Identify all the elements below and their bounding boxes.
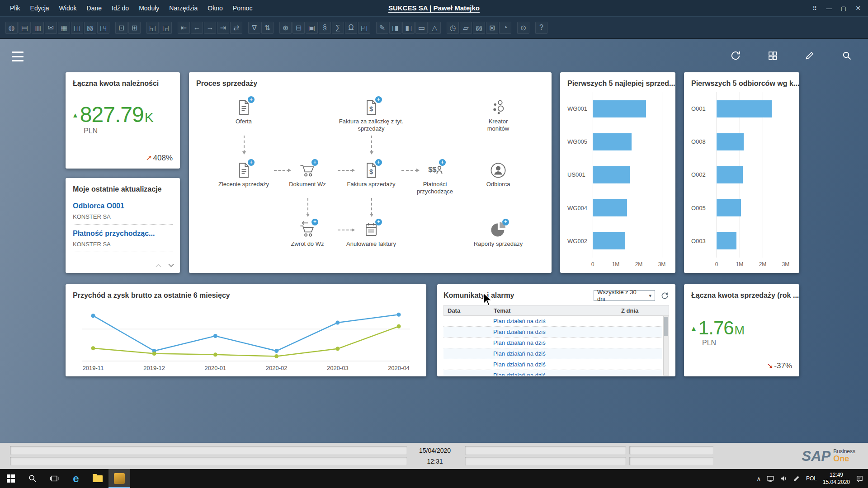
pager-up-icon[interactable] (155, 262, 162, 268)
taskbar-search-icon[interactable] (22, 469, 43, 488)
message-row[interactable]: Plan działań na dziś (443, 359, 662, 370)
restore-form-icon[interactable]: ◲ (160, 22, 172, 34)
quick-create-badge[interactable]: + (439, 159, 446, 166)
restore-button[interactable]: ▢ (837, 3, 850, 14)
window-title[interactable]: SUKCES SA | Paweł Matejko (388, 4, 480, 13)
base-document-icon[interactable]: ◰ (358, 22, 370, 34)
process-node-zwrot-wz[interactable]: + Zwrot do Wz (271, 221, 344, 248)
update-link[interactable]: Odbiorca O001 (73, 202, 173, 210)
scrollbar-thumb[interactable] (664, 317, 668, 336)
notification-center-icon[interactable] (856, 475, 863, 483)
widget-gallery-icon[interactable] (767, 50, 778, 61)
launch-application-icon[interactable]: ◳ (97, 22, 109, 34)
volume-weight-icon[interactable]: Ω (345, 22, 357, 34)
column-header-zdnia[interactable]: Z dnia (621, 307, 669, 314)
print-icon[interactable]: ▥ (32, 22, 44, 34)
message-link[interactable]: Plan działań na dziś (493, 361, 546, 368)
menu-edycja[interactable]: Edycja (26, 3, 54, 14)
export-pdf-icon[interactable]: ▧ (84, 22, 96, 34)
export-excel-icon[interactable]: ▦ (58, 22, 70, 34)
add-row-icon[interactable]: ⊕ (279, 22, 292, 34)
quick-create-badge[interactable]: + (375, 219, 382, 225)
print-preview-icon[interactable]: ▤ (19, 22, 31, 34)
refresh-icon[interactable] (730, 50, 741, 61)
quick-create-badge[interactable]: + (248, 96, 255, 103)
messages-refresh-icon[interactable] (660, 291, 669, 300)
bar-WG005[interactable] (593, 133, 632, 150)
menu-okno[interactable]: Okno (203, 3, 227, 14)
bar-WG004[interactable] (593, 199, 627, 216)
maximize-form-icon[interactable]: ◱ (146, 22, 159, 34)
form-settings-icon[interactable]: ◨ (389, 22, 401, 34)
network-icon[interactable] (767, 475, 774, 482)
message-row[interactable]: Plan działań na dziś (443, 316, 662, 327)
vertical-scrollbar[interactable] (663, 316, 669, 375)
messages-filter-dropdown[interactable]: Wszystkie z 30 dni ▾ (594, 290, 655, 301)
document-settings-icon[interactable]: ◧ (402, 22, 415, 34)
edit-icon[interactable] (804, 50, 816, 61)
menu-dane[interactable]: Dane (82, 3, 106, 14)
pick-pack-icon[interactable]: ⊠ (486, 22, 498, 34)
table-view-icon[interactable]: ⊞ (128, 22, 141, 34)
bar-O005[interactable] (717, 199, 741, 216)
bar-O008[interactable] (717, 133, 744, 150)
hamburger-menu-icon[interactable] (12, 52, 24, 61)
messages-overview-icon[interactable]: ▱ (460, 22, 472, 34)
menu-narz-dzia[interactable]: Narzędzia (165, 3, 202, 14)
message-row[interactable]: Plan działań na dziś (443, 370, 662, 375)
refresh-record-icon[interactable]: ⇄ (230, 22, 242, 34)
first-record-icon[interactable]: ⇤ (178, 22, 190, 34)
menu-widok[interactable]: Widok (55, 3, 81, 14)
menu-plik[interactable]: Plik (5, 3, 25, 14)
message-row[interactable]: Plan działań na dziś (443, 327, 662, 338)
process-node-raporty[interactable]: + Raporty sprzedaży (471, 221, 525, 248)
message-link[interactable]: Plan działań na dziś (493, 328, 546, 335)
process-node-faktura-zaliczka[interactable]: $ + Faktura za zaliczkę z tyt. sprzedaży (327, 99, 415, 133)
task-view-icon[interactable] (43, 469, 65, 488)
last-record-icon[interactable]: ⇥ (217, 22, 229, 34)
search-icon[interactable] (841, 50, 853, 61)
process-node-zlecenie[interactable]: + Zlecenie sprzedaży (208, 161, 280, 188)
process-node-anulowanie[interactable]: + Anulowanie faktury (346, 221, 396, 248)
message-row[interactable]: Plan działań na dziś (443, 348, 662, 359)
quick-create-badge[interactable]: + (311, 159, 318, 166)
user-defined-fields-icon[interactable]: ▭ (415, 22, 428, 34)
bar-O002[interactable] (717, 166, 743, 183)
start-button[interactable] (0, 469, 22, 488)
sap-b1-taskbar-icon[interactable] (108, 469, 130, 488)
process-node-faktura-sprzedazy[interactable]: $ + Faktura sprzedaży (335, 161, 407, 188)
clock[interactable]: 12:49 15.04.2020 (823, 471, 850, 486)
filter-table-icon[interactable]: ∇ (248, 22, 260, 34)
alerts-icon[interactable]: ◷ (447, 22, 459, 34)
quick-create-badge[interactable]: + (375, 96, 382, 103)
message-row[interactable]: Plan działań na dziś (443, 338, 662, 348)
pen-icon[interactable] (793, 475, 800, 482)
email-icon[interactable]: ✉ (45, 22, 57, 34)
process-node-odbiorca[interactable]: Odbiorca (462, 161, 534, 188)
next-record-icon[interactable]: → (204, 22, 216, 34)
previous-record-icon[interactable]: ← (191, 22, 203, 34)
export-word-icon[interactable]: ◫ (71, 22, 83, 34)
quick-create-badge[interactable]: + (248, 159, 255, 166)
column-header-temat[interactable]: Temat (494, 307, 621, 314)
find-icon[interactable]: ◍ (5, 22, 18, 34)
minimize-button[interactable]: — (823, 3, 835, 14)
journal-voucher-icon[interactable]: ▨ (473, 22, 485, 34)
data-import-icon[interactable]: ⊙ (517, 22, 529, 34)
bar-US001[interactable] (593, 166, 630, 183)
quick-create-badge[interactable]: + (311, 219, 318, 225)
process-node-oferta[interactable]: + Oferta (208, 99, 280, 125)
quick-create-badge[interactable]: + (375, 159, 382, 166)
volume-icon[interactable] (780, 475, 787, 482)
update-link[interactable]: Płatność przychodząc... (73, 230, 173, 238)
menu-modu-y[interactable]: Moduły (134, 3, 164, 14)
edit-document-icon[interactable]: ✎ (376, 22, 388, 34)
hidden-icons-chevron[interactable]: ∧ (756, 475, 761, 482)
app-grid-icon[interactable]: ⠿ (808, 3, 821, 14)
bar-WG002[interactable] (593, 232, 625, 249)
message-link[interactable]: Plan działań na dziś (493, 350, 546, 357)
message-link[interactable]: Plan działań na dziś (493, 372, 546, 375)
close-button[interactable]: ✕ (852, 3, 864, 14)
edge-icon[interactable]: e (65, 469, 87, 488)
language-indicator[interactable]: POL (806, 475, 817, 482)
